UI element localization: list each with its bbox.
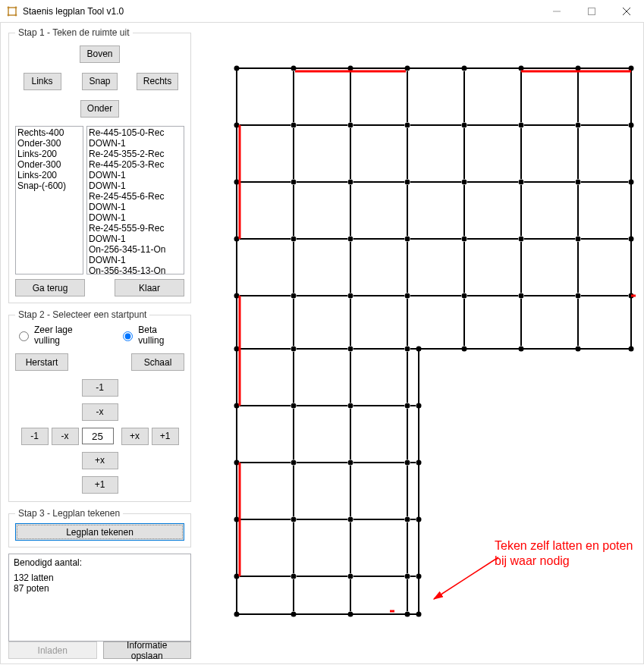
- plus1-right-button[interactable]: +1: [152, 428, 179, 445]
- svg-point-180: [629, 123, 634, 128]
- svg-point-1: [8, 6, 10, 8]
- svg-point-170: [519, 237, 524, 242]
- legplan-tekenen-button[interactable]: Legplan tekenen: [15, 523, 184, 541]
- list-item[interactable]: DOWN-1: [89, 202, 182, 212]
- herstart-button[interactable]: Herstart: [15, 353, 68, 371]
- svg-point-196: [348, 460, 353, 466]
- list-item[interactable]: Onder-300: [17, 159, 81, 170]
- svg-point-140: [234, 237, 240, 242]
- list-item[interactable]: On-356-345-13-On: [89, 265, 182, 274]
- rechts-button[interactable]: Rechts: [137, 73, 178, 90]
- list-item[interactable]: DOWN-1: [89, 170, 182, 180]
- output-textbox[interactable]: Benodigd aantal: 132 latten 87 poten: [8, 554, 191, 641]
- svg-point-153: [348, 293, 353, 299]
- list-item[interactable]: Links-200: [17, 170, 81, 180]
- zeer-lage-radio[interactable]: Zeer lage vulling: [15, 325, 99, 346]
- svg-point-165: [462, 293, 467, 299]
- svg-point-202: [405, 517, 410, 522]
- list-item[interactable]: Re-445-205-3-Rec: [89, 159, 182, 170]
- svg-rect-0: [8, 8, 16, 15]
- svg-point-174: [576, 123, 581, 128]
- svg-point-205: [416, 347, 422, 352]
- informatie-opslaan-button[interactable]: Informatie opslaan: [103, 641, 192, 659]
- svg-point-139: [234, 180, 240, 185]
- svg-point-191: [291, 460, 297, 466]
- output-line2: 87 poten: [14, 583, 186, 594]
- list-item[interactable]: Snap-(-600): [17, 180, 81, 191]
- minus1-left-button[interactable]: -1: [21, 428, 49, 445]
- plus1-bot-button[interactable]: +1: [82, 476, 118, 494]
- annotation-arrow-icon: [426, 554, 517, 614]
- svg-point-138: [234, 123, 240, 128]
- klaar-button[interactable]: Klaar: [115, 279, 184, 296]
- step2-legend: Stap 2 - Selecteer een startpunt: [15, 309, 149, 320]
- plusx-right-button[interactable]: +x: [121, 428, 149, 445]
- minusx-top-button[interactable]: -x: [82, 403, 118, 421]
- svg-point-151: [348, 180, 353, 185]
- layout-canvas[interactable]: [199, 38, 637, 665]
- svg-point-210: [416, 612, 422, 617]
- svg-point-157: [405, 180, 410, 185]
- list-item[interactable]: DOWN-1: [89, 138, 182, 149]
- step1-group: Stap 1 - Teken de ruimte uit Boven Links…: [8, 27, 191, 303]
- svg-point-172: [519, 347, 524, 352]
- svg-point-147: [291, 293, 297, 299]
- svg-point-178: [576, 347, 581, 352]
- snap-button[interactable]: Snap: [82, 73, 117, 90]
- svg-point-171: [519, 293, 524, 299]
- commands-listbox[interactable]: Rechts-400Onder-300Links-200Onder-300Lin…: [15, 126, 83, 274]
- svg-point-146: [291, 237, 297, 242]
- svg-point-203: [405, 574, 410, 579]
- svg-point-187: [234, 517, 240, 522]
- svg-point-201: [405, 460, 410, 466]
- svg-point-190: [291, 403, 297, 409]
- svg-point-204: [405, 612, 410, 617]
- list-item[interactable]: Re-245-355-2-Rec: [89, 149, 182, 159]
- plusx-bot-button[interactable]: +x: [82, 452, 118, 469]
- svg-point-188: [234, 574, 240, 579]
- close-button[interactable]: [609, 0, 644, 22]
- value-input[interactable]: [82, 428, 114, 444]
- list-item[interactable]: DOWN-1: [89, 212, 182, 223]
- svg-point-154: [348, 347, 353, 352]
- onder-button[interactable]: Onder: [80, 100, 119, 118]
- svg-point-152: [348, 237, 353, 242]
- minus1-top-button[interactable]: -1: [82, 379, 118, 397]
- minusx-left-button[interactable]: -x: [52, 428, 79, 445]
- minimize-button[interactable]: [539, 0, 574, 22]
- boven-button[interactable]: Boven: [80, 45, 119, 63]
- list-item[interactable]: Re-245-555-9-Rec: [89, 223, 182, 234]
- svg-point-176: [576, 237, 581, 242]
- svg-point-142: [234, 347, 240, 352]
- schaal-button[interactable]: Schaal: [131, 353, 184, 371]
- step3-legend: Stap 3 - Legplan tekenen: [15, 508, 123, 519]
- svg-point-143: [291, 66, 297, 71]
- ga-terug-button[interactable]: Ga terug: [15, 279, 85, 296]
- list-item[interactable]: Links-200: [17, 149, 81, 159]
- svg-point-208: [416, 517, 422, 522]
- svg-point-200: [405, 403, 410, 409]
- list-item[interactable]: DOWN-1: [89, 255, 182, 265]
- svg-point-193: [291, 574, 297, 579]
- svg-point-166: [462, 347, 467, 352]
- list-item[interactable]: Re-445-105-0-Rec: [89, 127, 182, 138]
- list-item[interactable]: DOWN-1: [89, 180, 182, 191]
- output-heading: Benodigd aantal:: [14, 557, 186, 568]
- svg-point-2: [15, 6, 17, 8]
- maximize-button[interactable]: [574, 0, 609, 22]
- svg-point-184: [629, 347, 634, 352]
- svg-point-156: [405, 123, 410, 128]
- list-item[interactable]: DOWN-1: [89, 234, 182, 244]
- svg-point-179: [629, 66, 634, 71]
- segments-listbox[interactable]: Re-445-105-0-RecDOWN-1Re-245-355-2-RecRe…: [86, 126, 184, 274]
- svg-point-182: [629, 237, 634, 242]
- list-item[interactable]: Onder-300: [17, 138, 81, 149]
- beta-radio[interactable]: Beta vulling: [119, 325, 184, 346]
- svg-point-164: [462, 237, 467, 242]
- app-icon: [6, 5, 18, 17]
- list-item[interactable]: On-256-345-11-On: [89, 244, 182, 255]
- svg-point-169: [519, 180, 524, 185]
- links-button[interactable]: Links: [24, 73, 61, 90]
- list-item[interactable]: Rechts-400: [17, 127, 81, 138]
- list-item[interactable]: Re-245-455-6-Rec: [89, 191, 182, 202]
